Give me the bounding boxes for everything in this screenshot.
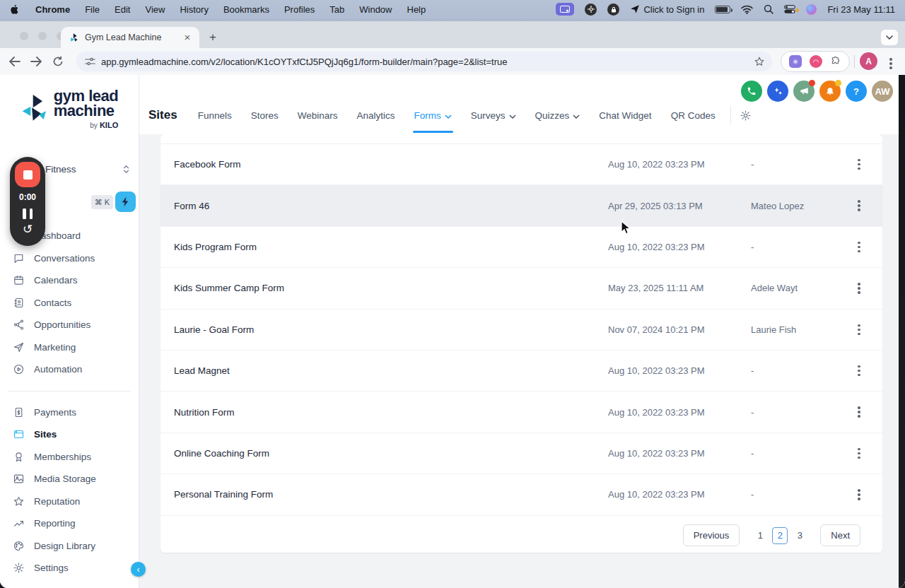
menu-profiles[interactable]: Profiles xyxy=(284,4,315,15)
sidebar-item-sites[interactable]: Sites xyxy=(0,423,139,446)
gear-icon[interactable] xyxy=(740,110,752,122)
table-row[interactable]: Kids Summer Camp FormMay 23, 2025 11:11 … xyxy=(160,268,882,309)
form-name[interactable]: Nutrition Form xyxy=(174,407,608,418)
siri-icon[interactable] xyxy=(806,4,817,15)
row-menu-icon[interactable] xyxy=(853,320,865,340)
sidebar-item-memberships[interactable]: Memberships xyxy=(0,446,139,469)
form-name[interactable]: Lead Magnet xyxy=(174,365,608,376)
quick-actions-button[interactable] xyxy=(115,192,136,212)
table-row[interactable]: Lead MagnetAug 10, 2022 03:23 PM- xyxy=(160,351,882,392)
page-number-2[interactable]: 2 xyxy=(772,527,788,544)
menu-bookmarks[interactable]: Bookmarks xyxy=(223,4,269,15)
privacy-circle-icon[interactable] xyxy=(607,4,619,16)
table-row[interactable]: Online Coaching FormAug 10, 2022 03:23 P… xyxy=(160,433,882,474)
form-name[interactable]: Kids Summer Camp Form xyxy=(174,283,608,293)
row-menu-icon[interactable] xyxy=(853,278,865,298)
menu-history[interactable]: History xyxy=(180,4,208,15)
phone-icon[interactable] xyxy=(741,81,762,102)
menu-edit[interactable]: Edit xyxy=(115,4,130,15)
menu-bar-clock[interactable]: Fri 23 May 11:11 xyxy=(827,4,895,15)
table-row[interactable]: Facebook FormAug 10, 2022 03:23 PM- xyxy=(160,144,882,185)
tab-search-button[interactable] xyxy=(881,30,898,45)
extension-pink-icon[interactable]: ◠ xyxy=(810,55,822,68)
sidebar-item-media-storage[interactable]: Media Storage xyxy=(0,468,139,490)
tab-chat-widget[interactable]: Chat Widget xyxy=(599,110,651,121)
table-row[interactable]: Kids Program FormAug 10, 2022 03:23 PM- xyxy=(160,227,882,268)
menu-help[interactable]: Help xyxy=(407,4,426,15)
table-row[interactable]: Personal Training FormAug 10, 2022 03:23… xyxy=(160,474,882,515)
form-name[interactable]: Form 46 xyxy=(174,201,608,211)
table-row[interactable]: Laurie - Goal FormNov 07, 2024 10:21 PML… xyxy=(160,310,882,351)
page-number-3[interactable]: 3 xyxy=(792,527,807,544)
apple-menu-icon[interactable] xyxy=(10,4,21,16)
help-icon[interactable]: ? xyxy=(846,81,867,102)
sidebar-item-reporting[interactable]: Reporting xyxy=(0,512,139,535)
stop-recording-button[interactable] xyxy=(15,162,40,187)
url-text[interactable]: app.gymleadmachine.com/v2/location/K1cOY… xyxy=(101,57,754,67)
app-circle-icon[interactable] xyxy=(585,4,597,16)
form-name[interactable]: Kids Program Form xyxy=(174,242,608,252)
menu-chrome[interactable]: Chrome xyxy=(35,4,70,15)
minimize-window-button[interactable] xyxy=(38,32,47,40)
sidebar-item-automation[interactable]: Automation xyxy=(0,358,139,381)
page-number-1[interactable]: 1 xyxy=(752,527,768,544)
tab-close-icon[interactable]: × xyxy=(181,31,194,44)
forward-button[interactable] xyxy=(30,57,42,66)
site-settings-icon[interactable] xyxy=(85,57,95,66)
previous-page-button[interactable]: Previous xyxy=(683,524,740,546)
reload-button[interactable] xyxy=(52,56,64,67)
sidebar-collapse-button[interactable]: ‹ xyxy=(131,562,146,577)
control-center-icon[interactable] xyxy=(784,5,795,13)
sidebar-item-design-library[interactable]: Design Library xyxy=(0,535,139,558)
sign-in-status[interactable]: Click to Sign in xyxy=(630,4,704,15)
row-menu-icon[interactable] xyxy=(853,444,865,464)
row-menu-icon[interactable] xyxy=(853,196,865,216)
browser-menu-icon[interactable] xyxy=(885,54,897,74)
menu-tab[interactable]: Tab xyxy=(329,4,344,15)
new-tab-button[interactable]: + xyxy=(209,31,216,43)
extension-purple-icon[interactable]: ✳ xyxy=(789,55,802,68)
wifi-icon[interactable] xyxy=(741,5,753,14)
form-name[interactable]: Online Coaching Form xyxy=(174,448,608,459)
row-menu-icon[interactable] xyxy=(853,361,865,381)
table-row[interactable]: Form 46Apr 29, 2025 03:13 PMMateo Lopez xyxy=(160,185,882,226)
form-name[interactable]: Personal Training Form xyxy=(174,489,608,500)
tab-webinars[interactable]: Webinars xyxy=(298,110,338,121)
menu-view[interactable]: View xyxy=(145,4,165,15)
menu-window[interactable]: Window xyxy=(359,4,392,15)
spotlight-icon[interactable] xyxy=(764,4,773,14)
close-window-button[interactable] xyxy=(20,32,28,40)
back-button[interactable] xyxy=(8,57,21,66)
row-menu-icon[interactable] xyxy=(853,485,865,505)
row-menu-icon[interactable] xyxy=(853,402,865,422)
browser-profile-avatar[interactable]: A xyxy=(860,52,877,70)
sparkles-icon[interactable] xyxy=(767,81,788,102)
sidebar-item-marketing[interactable]: Marketing xyxy=(0,336,139,359)
sidebar-item-conversations[interactable]: Conversations xyxy=(0,247,139,270)
sidebar-item-contacts[interactable]: Contacts xyxy=(0,292,139,314)
bookmark-star-icon[interactable] xyxy=(754,56,765,67)
row-menu-icon[interactable] xyxy=(853,155,865,175)
extensions-puzzle-icon[interactable] xyxy=(830,56,841,67)
browser-tab[interactable]: Gym Lead Machine × xyxy=(61,27,199,48)
sidebar-item-settings[interactable]: Settings xyxy=(0,557,139,580)
sidebar-item-payments[interactable]: Payments xyxy=(0,401,139,424)
sidebar-item-reputation[interactable]: Reputation xyxy=(0,490,139,513)
next-page-button[interactable]: Next xyxy=(820,524,860,546)
row-menu-icon[interactable] xyxy=(853,237,865,257)
menu-file[interactable]: File xyxy=(85,4,100,15)
address-bar[interactable]: app.gymleadmachine.com/v2/location/K1cOY… xyxy=(76,52,772,71)
table-row[interactable]: Nutrition FormAug 10, 2022 03:23 PM- xyxy=(160,392,882,433)
form-name[interactable]: Laurie - Goal Form xyxy=(174,324,608,335)
restart-recording-button[interactable]: ↺ xyxy=(23,223,33,235)
user-avatar[interactable]: AW xyxy=(872,81,893,102)
tab-qr-codes[interactable]: QR Codes xyxy=(671,110,716,121)
tab-analytics[interactable]: Analytics xyxy=(356,110,395,121)
tab-quizzes[interactable]: Quizzes xyxy=(535,110,580,121)
tab-stores[interactable]: Stores xyxy=(251,110,279,121)
tab-surveys[interactable]: Surveys xyxy=(471,110,516,121)
bell-icon[interactable] xyxy=(819,81,841,102)
tab-funnels[interactable]: Funnels xyxy=(198,110,232,121)
screen-mirroring-icon[interactable] xyxy=(556,3,574,16)
window-controls[interactable] xyxy=(20,32,65,40)
